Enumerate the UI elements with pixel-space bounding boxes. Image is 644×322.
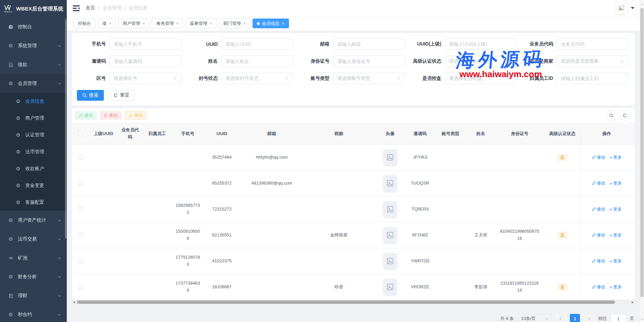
row-more-link[interactable]: »更多 xyxy=(610,284,622,291)
code-icon: </> xyxy=(7,256,14,260)
sidebar-item-系统管理[interactable]: ⚙系统管理 xyxy=(0,36,67,55)
input-业务员代码[interactable] xyxy=(556,38,628,50)
sidebar-item-商户管理[interactable]: ⚙商户管理 xyxy=(0,110,67,127)
row-more-link[interactable]: »更多 xyxy=(610,258,622,265)
delete-button[interactable]: 删除 xyxy=(100,111,122,120)
horizontal-scrollbar-thumb[interactable] xyxy=(77,300,615,304)
export-button[interactable]: 导出 xyxy=(125,111,147,120)
cell-id_number xyxy=(495,248,544,274)
row-modify-link[interactable]: 修改 xyxy=(592,154,606,161)
modify-button[interactable]: 修改 xyxy=(75,111,97,120)
select-区号[interactable]: 请选择区号 xyxy=(109,73,181,84)
tab-bar: 控制台借×用户管理×角色管理×菜单管理×部门管理×会员信息× xyxy=(67,16,640,31)
tab-借[interactable]: 借× xyxy=(98,19,116,28)
close-icon[interactable]: × xyxy=(282,21,285,26)
sidebar-item-资金变更[interactable]: ⚙资金变更 xyxy=(0,177,67,194)
row-more-link[interactable]: »更多 xyxy=(610,180,622,187)
close-icon[interactable]: × xyxy=(109,21,112,26)
breadcrumb-home[interactable]: 首页 xyxy=(86,5,95,11)
sidebar-item-收款账户[interactable]: ⚙收款账户 xyxy=(0,160,67,177)
sidebar-item-财务分析[interactable]: ⚙财务分析 xyxy=(0,267,67,286)
input-身份证号[interactable] xyxy=(333,56,405,67)
tab-会员信息[interactable]: 会员信息× xyxy=(253,19,289,28)
sidebar-item-控制台[interactable]: 控制台 xyxy=(0,18,67,36)
user-dropdown-caret-icon[interactable] xyxy=(631,7,634,9)
scroll-down-icon[interactable]: ▼ xyxy=(640,317,644,321)
select-是否控盘[interactable]: 请选择是否控盘 xyxy=(445,73,517,84)
row-checkbox[interactable] xyxy=(78,233,83,237)
cell-salesman_code xyxy=(118,222,142,248)
refresh-icon xyxy=(113,93,118,98)
menu-collapse-icon[interactable] xyxy=(72,5,80,11)
select-placeholder: 请选择区号 xyxy=(114,75,137,82)
select-封号状态[interactable]: 请选择封号状态 xyxy=(221,73,293,84)
sidebar-item-认证管理[interactable]: ⚙认证管理 xyxy=(0,127,67,143)
scroll-right-icon[interactable]: ► xyxy=(631,300,635,304)
input-邮箱[interactable] xyxy=(333,38,405,50)
row-more-link[interactable]: »更多 xyxy=(610,154,622,161)
row-more-link[interactable]: »更多 xyxy=(610,232,622,239)
avatar[interactable] xyxy=(615,2,627,14)
input-归属员工ID[interactable] xyxy=(556,73,628,84)
cell-invite_code: YWRTO5 xyxy=(406,248,434,274)
row-checkbox[interactable] xyxy=(78,259,83,263)
close-icon[interactable]: × xyxy=(210,21,212,26)
page-size-select[interactable]: 10条/页 xyxy=(518,314,552,322)
input-邀请码[interactable] xyxy=(109,56,181,67)
horizontal-scrollbar[interactable]: ◄ ► xyxy=(72,300,635,304)
tab-用户管理[interactable]: 用户管理× xyxy=(118,19,150,28)
sidebar-item-法币交易[interactable]: ⚙法币交易 xyxy=(0,230,67,249)
row-modify-link[interactable]: 修改 xyxy=(592,232,606,239)
vertical-scrollbar[interactable]: ▲ ▼ xyxy=(640,0,644,322)
sidebar-item-会员信息[interactable]: ⚙会员信息 xyxy=(0,93,67,110)
row-modify-link[interactable]: 修改 xyxy=(592,258,606,265)
breadcrumb-member-mgmt[interactable]: 会员管理 xyxy=(103,5,121,11)
row-checkbox[interactable] xyxy=(78,207,83,212)
input-手机号[interactable] xyxy=(109,38,181,50)
table-refresh-button[interactable] xyxy=(620,110,630,121)
scroll-left-icon[interactable]: ◄ xyxy=(72,300,76,304)
close-icon[interactable]: × xyxy=(176,21,179,26)
sidebar-scrollbar[interactable] xyxy=(65,19,66,238)
sidebar-item-label: 法币交易 xyxy=(18,236,37,242)
tab-菜单管理[interactable]: 菜单管理× xyxy=(185,19,217,28)
goto-page-input[interactable] xyxy=(611,314,626,322)
table-search-button[interactable] xyxy=(606,110,616,121)
sidebar-item-理财[interactable]: 理财 xyxy=(0,286,67,305)
cell-email: hhfylm@qq.com xyxy=(240,144,303,170)
row-checkbox[interactable] xyxy=(78,155,83,160)
input-UUID[interactable] xyxy=(221,38,293,50)
sidebar-item-秒合约[interactable]: ⚙秒合约 xyxy=(0,305,67,322)
sidebar-item-借款[interactable]: 借款 xyxy=(0,55,67,74)
close-icon[interactable]: × xyxy=(143,21,145,26)
row-checkbox[interactable] xyxy=(78,181,83,186)
prev-page-button[interactable] xyxy=(556,314,566,322)
row-modify-link[interactable]: 修改 xyxy=(592,206,606,213)
reset-button[interactable]: 重置 xyxy=(108,90,135,101)
sidebar-item-矿池[interactable]: </>矿池 xyxy=(0,249,67,267)
tab-控制台[interactable]: 控制台 xyxy=(74,19,95,28)
search-button[interactable]: 搜索 xyxy=(77,90,104,101)
tab-部门管理[interactable]: 部门管理× xyxy=(219,19,250,28)
sidebar-item-会员管理[interactable]: ⚙会员管理 xyxy=(0,74,67,93)
row-modify-link[interactable]: 修改 xyxy=(592,180,606,187)
sidebar-item-法币管理[interactable]: ⚙法币管理 xyxy=(0,143,67,160)
sidebar-item-用户资产统计[interactable]: ⚙用户资产统计 xyxy=(0,211,67,230)
select-账号类型[interactable]: 请选择账号类型 xyxy=(333,73,405,84)
input-姓名[interactable] xyxy=(221,56,293,67)
breadcrumb-separator: / xyxy=(98,5,99,11)
tab-角色管理[interactable]: 角色管理× xyxy=(152,19,183,28)
page-number-1[interactable]: 1 xyxy=(570,314,580,322)
next-page-button[interactable] xyxy=(584,314,594,322)
vertical-scrollbar-thumb[interactable] xyxy=(640,8,644,297)
row-checkbox[interactable] xyxy=(78,285,83,289)
close-icon[interactable]: × xyxy=(243,21,246,26)
scroll-up-icon[interactable]: ▲ xyxy=(640,2,644,6)
select-是否是商家[interactable]: 请选择是否是商家 xyxy=(556,56,628,67)
select-all-checkbox[interactable] xyxy=(78,131,83,136)
select-高级认证状态[interactable]: 请选择高级认证状态 xyxy=(445,56,517,67)
input-UUID(上级)[interactable] xyxy=(445,38,517,50)
row-more-link[interactable]: »更多 xyxy=(610,206,622,213)
sidebar-item-客服配置[interactable]: ⚙客服配置 xyxy=(0,194,67,211)
row-modify-link[interactable]: 修改 xyxy=(592,284,606,291)
